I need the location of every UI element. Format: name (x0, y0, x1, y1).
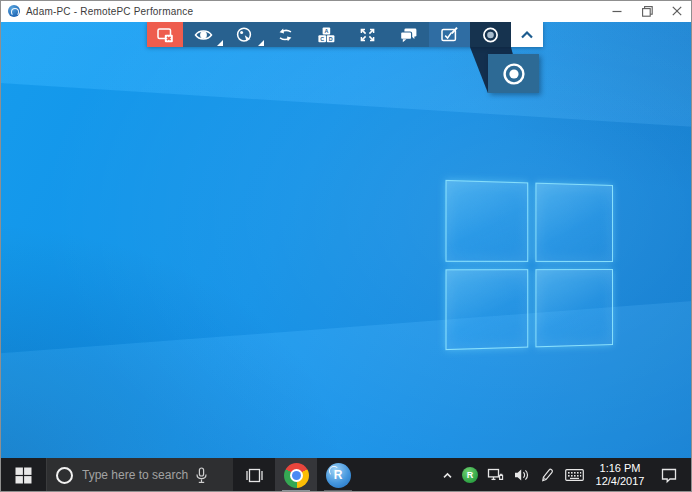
monitor-x-icon (155, 25, 175, 45)
task-view-button[interactable] (233, 458, 275, 492)
remote-toolbar: A C D (147, 22, 543, 47)
start-button[interactable] (0, 458, 46, 492)
chat-button[interactable] (388, 22, 429, 47)
clock-time: 1:16 PM (588, 462, 652, 475)
dropdown-corner-icon (258, 40, 264, 46)
language-blocks-button[interactable]: A C D (306, 22, 347, 47)
minimize-icon (612, 6, 622, 16)
notification-icon (660, 467, 678, 484)
chevron-up-icon (441, 469, 454, 482)
network-icon (487, 467, 504, 483)
windows-logo-pane (535, 183, 613, 262)
windows-logo (445, 180, 613, 350)
windows-logo-pane (445, 269, 528, 351)
show-hidden-icons-button[interactable] (436, 458, 458, 492)
restore-button[interactable] (632, 0, 662, 22)
remotepc-tray-button[interactable]: R (458, 458, 482, 492)
microphone-icon[interactable] (194, 467, 209, 484)
eye-icon (193, 25, 214, 45)
keyboard-icon (565, 468, 584, 482)
chrome-icon (284, 463, 309, 488)
record-session-menu-item[interactable] (488, 54, 539, 93)
remote-desktop[interactable]: A C D (0, 22, 692, 458)
close-icon (672, 6, 682, 16)
search-input[interactable] (82, 468, 194, 482)
view-modes-button[interactable] (183, 22, 224, 47)
window-titlebar: Adam-PC - RemotePC Performance (0, 0, 692, 22)
speaker-icon (513, 467, 530, 483)
file-transfer-button[interactable] (265, 22, 306, 47)
svg-text:A: A (324, 27, 328, 33)
pen-icon (539, 467, 555, 483)
record-icon (480, 25, 501, 45)
remotepc-taskbar-button[interactable]: R (317, 458, 359, 492)
network-tray-button[interactable] (482, 458, 508, 492)
volume-tray-button[interactable] (508, 458, 534, 492)
remotepc-app-icon: R (326, 463, 351, 488)
record-icon (500, 60, 528, 88)
chrome-taskbar-button[interactable] (275, 458, 317, 492)
restore-icon (642, 6, 653, 17)
performance-button[interactable] (224, 22, 265, 47)
taskbar-search[interactable] (46, 458, 233, 492)
gauge-cursor-icon (234, 25, 255, 45)
cortana-ring-icon (56, 467, 73, 484)
windows-logo-pane (445, 180, 528, 262)
window-title: Adam-PC - RemotePC Performance (26, 6, 193, 17)
whiteboard-button[interactable] (429, 22, 470, 47)
clock-date: 12/4/2017 (588, 475, 652, 488)
touch-keyboard-tray-button[interactable] (560, 458, 588, 492)
chevron-up-icon (517, 26, 537, 44)
minimize-button[interactable] (602, 0, 632, 22)
windows-logo-pane (535, 269, 613, 348)
windows-start-icon (15, 467, 32, 484)
task-view-icon (246, 468, 263, 483)
whiteboard-pen-icon (439, 25, 460, 45)
taskbar-clock[interactable]: 1:16 PM 12/4/2017 (588, 462, 652, 488)
dropdown-corner-icon (217, 40, 223, 46)
window-controls (602, 0, 692, 22)
taskbar: R R (0, 458, 692, 492)
expand-arrows-icon (357, 25, 378, 45)
swap-arrows-icon (275, 25, 296, 45)
fullscreen-button[interactable] (347, 22, 388, 47)
svg-text:D: D (329, 35, 333, 41)
abc-blocks-icon: A C D (316, 25, 337, 45)
remotepc-tray-icon: R (462, 467, 478, 483)
chat-bubbles-icon (398, 25, 419, 45)
close-button[interactable] (662, 0, 692, 22)
collapse-toolbar-button[interactable] (511, 22, 543, 47)
action-center-button[interactable] (652, 458, 686, 492)
remotepc-logo-icon (8, 5, 20, 17)
disconnect-button[interactable] (147, 22, 183, 47)
svg-text:C: C (320, 35, 324, 41)
record-button[interactable] (470, 22, 511, 47)
windows-ink-tray-button[interactable] (534, 458, 560, 492)
